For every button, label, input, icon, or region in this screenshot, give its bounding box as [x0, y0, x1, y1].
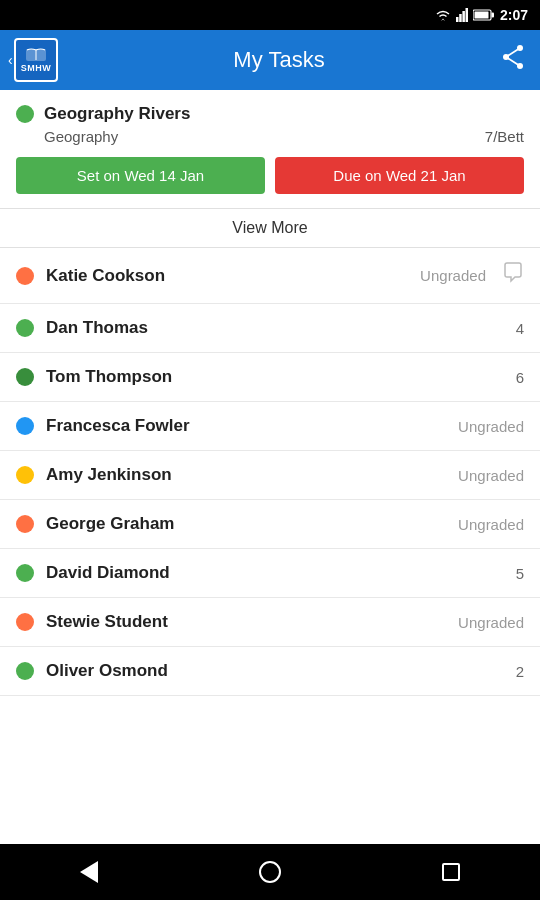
- student-row[interactable]: David Diamond5: [0, 549, 540, 598]
- student-row[interactable]: Dan Thomas4: [0, 304, 540, 353]
- logo-text: SMHW: [21, 63, 52, 73]
- page-title: My Tasks: [233, 47, 324, 73]
- student-name: David Diamond: [46, 563, 504, 583]
- student-row[interactable]: George GrahamUngraded: [0, 500, 540, 549]
- student-grade: Ungraded: [458, 467, 524, 484]
- status-time: 2:07: [500, 7, 528, 23]
- student-name: Dan Thomas: [46, 318, 504, 338]
- bottom-navigation: [0, 844, 540, 900]
- student-grade: 5: [516, 565, 524, 582]
- student-status-dot: [16, 319, 34, 337]
- app-header: ‹ SMHW My Tasks: [0, 30, 540, 90]
- svg-rect-2: [462, 11, 465, 22]
- student-status-dot: [16, 564, 34, 582]
- task-card: Geography Rivers Geography 7/Bett Set on…: [0, 90, 540, 208]
- back-chevron: ‹: [8, 52, 13, 68]
- student-row[interactable]: Tom Thompson6: [0, 353, 540, 402]
- student-name: Tom Thompson: [46, 367, 504, 387]
- svg-rect-0: [456, 17, 459, 22]
- task-subject: Geography: [44, 128, 118, 145]
- home-button[interactable]: [259, 861, 281, 883]
- student-grade: Ungraded: [458, 516, 524, 533]
- task-dates: Set on Wed 14 Jan Due on Wed 21 Jan: [16, 157, 524, 208]
- student-grade: 6: [516, 369, 524, 386]
- svg-rect-6: [474, 12, 488, 19]
- status-icons: 2:07: [435, 7, 528, 23]
- task-class: 7/Bett: [485, 128, 524, 145]
- student-list: Katie CooksonUngradedDan Thomas4Tom Thom…: [0, 248, 540, 844]
- student-row[interactable]: Stewie StudentUngraded: [0, 598, 540, 647]
- student-grade: 4: [516, 320, 524, 337]
- student-row[interactable]: Francesca FowlerUngraded: [0, 402, 540, 451]
- student-status-dot: [16, 662, 34, 680]
- task-status-dot: [16, 105, 34, 123]
- student-name: Oliver Osmond: [46, 661, 504, 681]
- svg-rect-1: [459, 14, 462, 22]
- svg-rect-3: [465, 8, 468, 22]
- view-more-button[interactable]: View More: [218, 219, 321, 237]
- svg-line-11: [506, 48, 520, 57]
- svg-line-12: [506, 57, 520, 66]
- student-name: George Graham: [46, 514, 446, 534]
- student-status-dot: [16, 466, 34, 484]
- comment-icon: [502, 262, 524, 289]
- student-name: Francesca Fowler: [46, 416, 446, 436]
- back-button[interactable]: [80, 861, 98, 883]
- student-name: Amy Jenkinson: [46, 465, 446, 485]
- wifi-icon: [435, 8, 451, 22]
- logo-book-icon: [24, 47, 48, 63]
- task-title-row: Geography Rivers: [16, 104, 524, 124]
- student-name: Stewie Student: [46, 612, 446, 632]
- student-row[interactable]: Oliver Osmond2: [0, 647, 540, 696]
- student-grade: 2: [516, 663, 524, 680]
- status-bar: 2:07: [0, 0, 540, 30]
- student-grade: Ungraded: [458, 418, 524, 435]
- student-grade: Ungraded: [458, 614, 524, 631]
- svg-rect-5: [491, 13, 494, 18]
- student-status-dot: [16, 515, 34, 533]
- task-subject-row: Geography 7/Bett: [16, 128, 524, 145]
- recents-button[interactable]: [442, 863, 460, 881]
- student-grade: Ungraded: [420, 267, 486, 284]
- student-status-dot: [16, 368, 34, 386]
- smhw-logo[interactable]: ‹ SMHW: [14, 38, 58, 82]
- student-row[interactable]: Amy JenkinsonUngraded: [0, 451, 540, 500]
- set-date-button[interactable]: Set on Wed 14 Jan: [16, 157, 265, 194]
- due-date-button[interactable]: Due on Wed 21 Jan: [275, 157, 524, 194]
- battery-icon: [473, 9, 495, 21]
- view-more-row[interactable]: View More: [0, 208, 540, 248]
- task-title: Geography Rivers: [44, 104, 190, 124]
- share-icon: [500, 44, 526, 70]
- share-button[interactable]: [500, 44, 526, 76]
- student-status-dot: [16, 267, 34, 285]
- student-status-dot: [16, 613, 34, 631]
- student-status-dot: [16, 417, 34, 435]
- student-row[interactable]: Katie CooksonUngraded: [0, 248, 540, 304]
- student-name: Katie Cookson: [46, 266, 408, 286]
- signal-icon: [456, 8, 468, 22]
